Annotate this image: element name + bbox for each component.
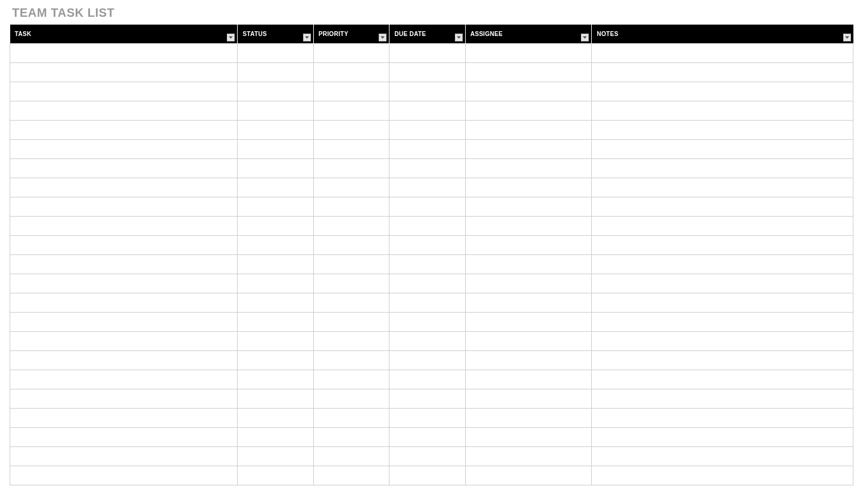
cell-notes[interactable] xyxy=(592,121,853,140)
cell-priority[interactable] xyxy=(313,197,389,217)
cell-task[interactable] xyxy=(10,332,238,351)
cell-status[interactable] xyxy=(238,389,313,409)
cell-priority[interactable] xyxy=(313,332,389,351)
cell-status[interactable] xyxy=(238,82,313,101)
cell-duedate[interactable] xyxy=(389,255,465,274)
cell-assignee[interactable] xyxy=(465,140,592,159)
cell-assignee[interactable] xyxy=(465,236,592,255)
cell-task[interactable] xyxy=(10,293,238,313)
cell-notes[interactable] xyxy=(592,63,853,82)
cell-status[interactable] xyxy=(238,44,313,63)
cell-priority[interactable] xyxy=(313,447,389,466)
cell-status[interactable] xyxy=(238,447,313,466)
cell-duedate[interactable] xyxy=(389,370,465,389)
cell-task[interactable] xyxy=(10,447,238,466)
cell-priority[interactable] xyxy=(313,101,389,121)
cell-duedate[interactable] xyxy=(389,159,465,178)
cell-priority[interactable] xyxy=(313,121,389,140)
cell-notes[interactable] xyxy=(592,217,853,236)
cell-duedate[interactable] xyxy=(389,351,465,370)
cell-assignee[interactable] xyxy=(465,447,592,466)
filter-button-priority[interactable] xyxy=(379,34,386,41)
cell-priority[interactable] xyxy=(313,428,389,447)
cell-assignee[interactable] xyxy=(465,63,592,82)
cell-priority[interactable] xyxy=(313,236,389,255)
cell-task[interactable] xyxy=(10,178,238,197)
cell-status[interactable] xyxy=(238,121,313,140)
cell-duedate[interactable] xyxy=(389,217,465,236)
cell-duedate[interactable] xyxy=(389,447,465,466)
cell-assignee[interactable] xyxy=(465,178,592,197)
cell-priority[interactable] xyxy=(313,217,389,236)
cell-duedate[interactable] xyxy=(389,101,465,121)
cell-notes[interactable] xyxy=(592,409,853,428)
cell-status[interactable] xyxy=(238,313,313,332)
cell-priority[interactable] xyxy=(313,466,389,485)
filter-button-notes[interactable] xyxy=(843,34,851,41)
filter-button-task[interactable] xyxy=(227,34,235,41)
cell-task[interactable] xyxy=(10,428,238,447)
cell-notes[interactable] xyxy=(592,236,853,255)
cell-assignee[interactable] xyxy=(465,370,592,389)
cell-status[interactable] xyxy=(238,140,313,159)
cell-task[interactable] xyxy=(10,82,238,101)
cell-priority[interactable] xyxy=(313,389,389,409)
cell-assignee[interactable] xyxy=(465,428,592,447)
cell-duedate[interactable] xyxy=(389,409,465,428)
cell-notes[interactable] xyxy=(592,274,853,293)
cell-duedate[interactable] xyxy=(389,236,465,255)
cell-status[interactable] xyxy=(238,409,313,428)
cell-notes[interactable] xyxy=(592,466,853,485)
cell-status[interactable] xyxy=(238,197,313,217)
cell-status[interactable] xyxy=(238,332,313,351)
cell-duedate[interactable] xyxy=(389,274,465,293)
cell-status[interactable] xyxy=(238,428,313,447)
cell-task[interactable] xyxy=(10,217,238,236)
cell-notes[interactable] xyxy=(592,44,853,63)
cell-priority[interactable] xyxy=(313,63,389,82)
cell-priority[interactable] xyxy=(313,44,389,63)
cell-priority[interactable] xyxy=(313,82,389,101)
cell-notes[interactable] xyxy=(592,178,853,197)
cell-duedate[interactable] xyxy=(389,389,465,409)
cell-status[interactable] xyxy=(238,159,313,178)
cell-priority[interactable] xyxy=(313,370,389,389)
cell-duedate[interactable] xyxy=(389,293,465,313)
cell-assignee[interactable] xyxy=(465,255,592,274)
cell-duedate[interactable] xyxy=(389,332,465,351)
cell-priority[interactable] xyxy=(313,274,389,293)
cell-notes[interactable] xyxy=(592,332,853,351)
cell-priority[interactable] xyxy=(313,159,389,178)
cell-assignee[interactable] xyxy=(465,313,592,332)
cell-priority[interactable] xyxy=(313,351,389,370)
cell-status[interactable] xyxy=(238,293,313,313)
cell-assignee[interactable] xyxy=(465,293,592,313)
cell-assignee[interactable] xyxy=(465,101,592,121)
cell-task[interactable] xyxy=(10,255,238,274)
cell-task[interactable] xyxy=(10,101,238,121)
filter-button-assignee[interactable] xyxy=(581,34,589,41)
cell-priority[interactable] xyxy=(313,178,389,197)
cell-duedate[interactable] xyxy=(389,140,465,159)
cell-notes[interactable] xyxy=(592,447,853,466)
cell-task[interactable] xyxy=(10,121,238,140)
cell-assignee[interactable] xyxy=(465,82,592,101)
cell-priority[interactable] xyxy=(313,313,389,332)
cell-notes[interactable] xyxy=(592,313,853,332)
cell-status[interactable] xyxy=(238,370,313,389)
cell-task[interactable] xyxy=(10,63,238,82)
cell-assignee[interactable] xyxy=(465,409,592,428)
cell-task[interactable] xyxy=(10,197,238,217)
cell-task[interactable] xyxy=(10,236,238,255)
cell-task[interactable] xyxy=(10,370,238,389)
cell-assignee[interactable] xyxy=(465,389,592,409)
cell-duedate[interactable] xyxy=(389,63,465,82)
cell-status[interactable] xyxy=(238,217,313,236)
cell-status[interactable] xyxy=(238,101,313,121)
cell-priority[interactable] xyxy=(313,409,389,428)
cell-assignee[interactable] xyxy=(465,332,592,351)
cell-notes[interactable] xyxy=(592,255,853,274)
cell-duedate[interactable] xyxy=(389,466,465,485)
cell-status[interactable] xyxy=(238,236,313,255)
cell-task[interactable] xyxy=(10,313,238,332)
